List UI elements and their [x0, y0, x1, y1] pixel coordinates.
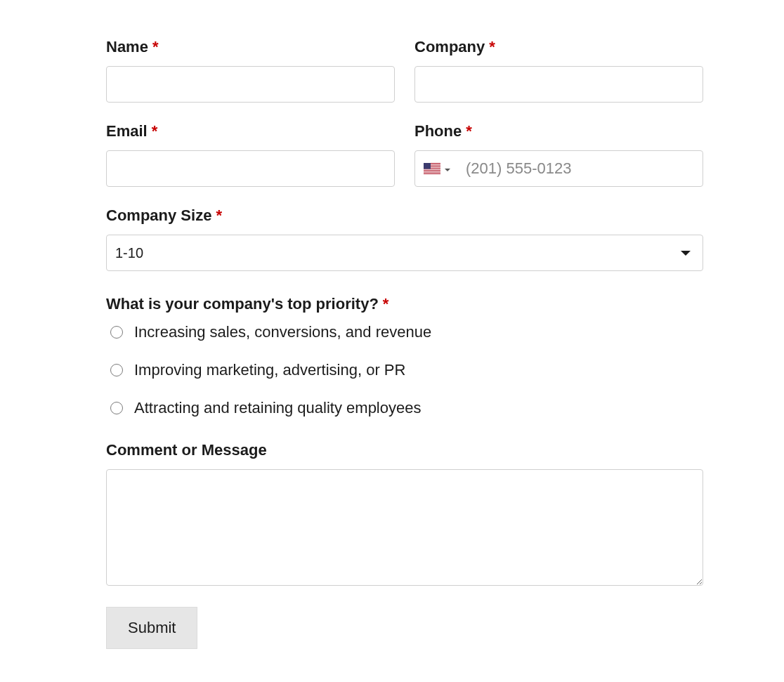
company-input[interactable]: [414, 66, 703, 103]
country-code-selector[interactable]: [424, 162, 455, 175]
comment-label-text: Comment or Message: [106, 441, 267, 459]
required-marker: *: [216, 206, 222, 225]
email-label-text: Email: [106, 122, 148, 140]
required-marker: *: [466, 122, 472, 140]
svg-rect-7: [424, 163, 431, 169]
company-label: Company *: [414, 38, 703, 56]
required-marker: *: [489, 38, 495, 56]
company-label-text: Company: [414, 38, 485, 56]
priority-radio-0[interactable]: [110, 326, 123, 339]
required-marker: *: [152, 38, 159, 56]
priority-option-label[interactable]: Attracting and retaining quality employe…: [134, 399, 421, 417]
priority-option-label[interactable]: Improving marketing, advertising, or PR: [134, 361, 405, 379]
company-size-label: Company Size *: [106, 206, 703, 225]
us-flag-icon: [424, 163, 440, 174]
email-field-group: Email *: [106, 122, 395, 187]
phone-field-group: Phone *: [414, 122, 703, 187]
priority-field-group: What is your company's top priority? * I…: [106, 295, 703, 417]
company-size-field-group: Company Size * 1-10: [106, 206, 703, 271]
submit-button[interactable]: Submit: [106, 607, 197, 649]
svg-rect-4: [424, 169, 440, 170]
svg-rect-6: [424, 173, 440, 173]
priority-radio-2[interactable]: [110, 402, 123, 414]
contact-form: Name * Company * Email * Phone *: [106, 38, 703, 649]
name-field-group: Name *: [106, 38, 395, 103]
priority-option-label[interactable]: Increasing sales, conversions, and reven…: [134, 323, 431, 341]
comment-textarea[interactable]: [106, 469, 703, 586]
phone-label-text: Phone: [414, 122, 462, 140]
priority-label-text: What is your company's top priority?: [106, 295, 379, 313]
phone-input-wrapper: [414, 150, 703, 187]
name-label: Name *: [106, 38, 395, 56]
priority-option: Improving marketing, advertising, or PR: [106, 361, 703, 379]
priority-option: Increasing sales, conversions, and reven…: [106, 323, 703, 341]
email-input[interactable]: [106, 150, 395, 187]
priority-label: What is your company's top priority? *: [106, 295, 703, 313]
required-marker: *: [383, 295, 389, 313]
name-input[interactable]: [106, 66, 395, 103]
company-field-group: Company *: [414, 38, 703, 103]
comment-label: Comment or Message: [106, 441, 703, 459]
priority-option: Attracting and retaining quality employe…: [106, 399, 703, 417]
comment-field-group: Comment or Message: [106, 441, 703, 586]
svg-rect-5: [424, 171, 440, 171]
phone-input[interactable]: [466, 151, 694, 186]
chevron-down-icon: [445, 162, 450, 175]
company-size-select[interactable]: 1-10: [106, 235, 703, 271]
name-label-text: Name: [106, 38, 148, 56]
required-marker: *: [152, 122, 158, 140]
priority-radio-1[interactable]: [110, 364, 123, 376]
email-label: Email *: [106, 122, 395, 140]
phone-label: Phone *: [414, 122, 703, 140]
company-size-label-text: Company Size: [106, 206, 211, 225]
